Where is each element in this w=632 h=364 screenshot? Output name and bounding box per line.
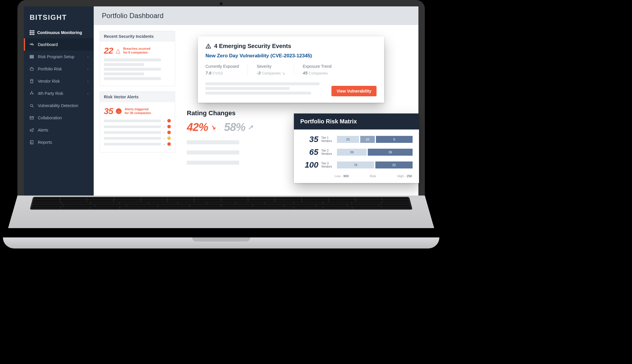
skeleton-line [205, 82, 319, 85]
nav-item-vulnerability-detection[interactable]: Vulnerability Detection [24, 100, 94, 112]
tier-row[interactable]: 100Tier 3Vendors7822 [300, 160, 413, 170]
metric-0: Currently Exposed7.6 CVSS [205, 64, 248, 75]
alert-triangle-icon [205, 43, 211, 49]
skeleton-line [104, 68, 161, 71]
svg-point-9 [30, 104, 33, 106]
incidents-card[interactable]: Recent Security Incidents 22 △ Breaches … [100, 31, 175, 86]
nav-label: Portfolio Risk [38, 67, 62, 71]
status-dot [167, 136, 171, 140]
matrix-bar-segment: 39 [337, 149, 367, 156]
skeleton-line [187, 150, 239, 155]
skeleton-line [205, 92, 311, 95]
nav-label: Risk Program Setup [38, 54, 74, 59]
matrix-bar-segment: 5 [376, 136, 413, 143]
section-label: Continuous Monitoring [37, 30, 82, 35]
status-dot [167, 119, 171, 122]
metric-label: Exposure Trend [303, 64, 332, 69]
chevron-right-icon: › [87, 79, 88, 83]
chevron-right-icon: › [87, 92, 88, 95]
skeleton-line [104, 58, 161, 61]
alert-row[interactable]: → [104, 136, 171, 140]
svg-rect-4 [31, 79, 33, 83]
matrix-bar-segment: 26 [368, 149, 413, 156]
metric-label: Severity [257, 64, 285, 69]
nav-item-risk-program-setup[interactable]: Risk Program Setup› [24, 51, 94, 63]
rating-down-pct: 42% ↘ [187, 121, 215, 134]
incidents-count: 22 [104, 46, 113, 56]
view-vulnerability-button[interactable]: View Vulnerability [331, 86, 377, 96]
svg-rect-1 [30, 56, 33, 57]
alerts-card[interactable]: Risk Vector Alerts 35 ⌄ Alerts triggered… [100, 91, 175, 152]
chevron-right-icon: › [87, 67, 88, 71]
nav-icon [29, 42, 34, 47]
metric-value: 45 Companies [303, 70, 332, 75]
nav-icon [29, 140, 34, 145]
skeleton-line [104, 143, 161, 145]
nav-item-portfolio-risk[interactable]: Portfolio Risk› [24, 63, 94, 75]
nav-label: Alerts [38, 128, 48, 132]
alerts-sub-1: Alerts triggered [125, 107, 151, 111]
matrix-bar-segment: 78 [337, 161, 374, 168]
nav-icon [29, 115, 34, 120]
incidents-card-title: Recent Security Incidents [100, 31, 175, 42]
svg-point-6 [31, 92, 32, 93]
nav-item-collaboration[interactable]: Collaboration [24, 112, 94, 124]
portfolio-risk-matrix-card[interactable]: Portfolio Risk Matrix 35Tier 1Vendors201… [294, 113, 419, 183]
left-column: Recent Security Incidents 22 △ Breaches … [100, 31, 175, 175]
page-title: Portfolio Dashboard [94, 6, 418, 25]
skeleton-line [187, 140, 239, 144]
status-dot [167, 142, 171, 146]
svg-rect-0 [30, 55, 33, 56]
events-subtitle[interactable]: New Zero Day Vulnerability (CVE-2023-123… [205, 53, 377, 59]
tier-row[interactable]: 35Tier 1Vendors20105 [300, 135, 413, 144]
alert-row[interactable]: → [104, 131, 171, 134]
trend-down-icon: ↘ [210, 124, 215, 131]
alerts-card-title: Risk Vector Alerts [100, 92, 175, 102]
nav-label: Reports [38, 140, 52, 145]
arrow-right-icon: → [163, 131, 166, 134]
svg-rect-3 [30, 68, 33, 70]
tier-label: Tier 1Vendors [321, 136, 334, 143]
nav-item-vendor-risk[interactable]: Vendor Risk› [24, 75, 94, 87]
skeleton-line [104, 131, 161, 134]
skeleton-line [205, 87, 290, 90]
incidents-sub-2: for 9 companies [123, 51, 150, 54]
webcam [220, 2, 223, 5]
grid-icon [30, 30, 34, 35]
tier-row[interactable]: 65Tier 2Vendors3926 [300, 148, 413, 157]
skeleton-line [187, 161, 239, 165]
svg-rect-12 [30, 141, 33, 144]
alert-row[interactable]: → [104, 125, 171, 128]
matrix-bar-segment: 22 [375, 161, 413, 168]
arrow-right-icon: → [163, 143, 166, 146]
metric-1: Severity-3 Companies ↘ [257, 64, 294, 75]
trend-up-icon: ↗ [248, 124, 253, 131]
down-chevron-circle-icon: ⌄ [116, 108, 122, 114]
matrix-footer-scale: Low - 900 Risk High - 250 [334, 173, 413, 180]
svg-point-14 [208, 47, 209, 48]
nav-item-reports[interactable]: Reports [24, 136, 94, 148]
rating-up-pct: 58% ↗ [224, 121, 253, 134]
skeleton-line [104, 77, 161, 80]
tier-label: Tier 3Vendors [321, 162, 334, 168]
nav-item-4th-party-risk[interactable]: 4th Party Risk› [24, 87, 94, 100]
nav-item-dashboard[interactable]: Dashboard [24, 38, 94, 51]
tier-count: 100 [300, 160, 318, 170]
nav-icon [29, 103, 34, 108]
nav-icon [29, 54, 34, 59]
metric-value: -3 Companies ↘ [257, 70, 285, 75]
nav-label: Dashboard [38, 42, 58, 47]
matrix-bars: 7822 [337, 161, 413, 168]
alert-row[interactable]: → [104, 119, 171, 122]
tier-count: 35 [300, 135, 318, 144]
trend-down-small-icon: ↘ [282, 71, 285, 75]
keyboard [30, 197, 413, 209]
nav-item-alerts[interactable]: Alerts [24, 124, 94, 136]
matrix-bar-segment: 20 [337, 136, 359, 143]
tier-count: 65 [300, 148, 318, 157]
skeleton-line [104, 63, 144, 66]
nav-label: Vendor Risk [38, 79, 60, 84]
alert-row[interactable]: → [104, 142, 171, 146]
emerging-events-card[interactable]: 4 Emerging Security Events New Zero Day … [198, 36, 384, 103]
tier-label: Tier 2Vendors [321, 149, 334, 155]
